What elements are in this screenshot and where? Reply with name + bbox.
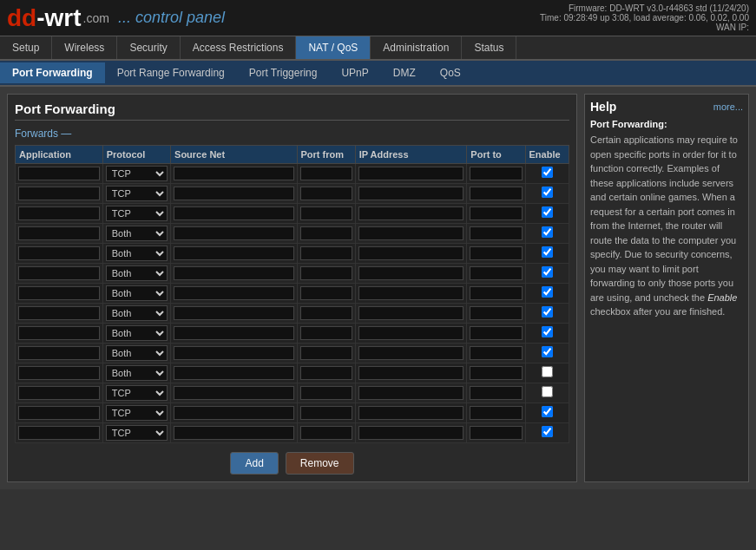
app-input-1[interactable] [18, 187, 100, 200]
portto-input-2[interactable] [470, 206, 522, 220]
enable-checkbox-3[interactable] [542, 226, 553, 238]
portto-input-12[interactable] [470, 406, 522, 420]
app-input-9[interactable] [18, 346, 100, 360]
portfrom-input-6[interactable] [300, 286, 352, 300]
ip-input-2[interactable] [358, 206, 464, 220]
add-button[interactable]: Add [230, 452, 278, 475]
nav-item-security[interactable]: Security [117, 36, 180, 59]
proto-select-5[interactable]: TCPUDPBoth [106, 265, 168, 281]
nav-item-nat-qos[interactable]: NAT / QoS [296, 36, 371, 59]
ip-input-4[interactable] [358, 246, 464, 260]
portfrom-input-11[interactable] [300, 386, 352, 400]
srcnet-input-4[interactable] [174, 246, 293, 260]
srcnet-input-11[interactable] [174, 386, 293, 400]
enable-checkbox-5[interactable] [542, 266, 553, 278]
portfrom-input-2[interactable] [300, 206, 352, 220]
proto-select-8[interactable]: TCPUDPBoth [106, 325, 168, 341]
app-input-2[interactable] [18, 206, 100, 220]
srcnet-input-13[interactable] [174, 426, 293, 440]
portto-input-5[interactable] [470, 266, 522, 280]
help-more-link[interactable]: more... [713, 101, 743, 112]
subnav-item-port-forwarding[interactable]: Port Forwarding [0, 62, 105, 83]
enable-checkbox-7[interactable] [542, 306, 553, 318]
app-input-7[interactable] [18, 306, 100, 320]
proto-select-10[interactable]: TCPUDPBoth [106, 365, 168, 381]
proto-select-2[interactable]: TCPUDPBoth [106, 206, 168, 221]
app-input-8[interactable] [18, 326, 100, 340]
enable-checkbox-6[interactable] [542, 286, 553, 298]
proto-select-0[interactable]: TCPUDPBoth [106, 166, 168, 181]
ip-input-7[interactable] [358, 306, 464, 320]
ip-input-8[interactable] [358, 326, 464, 340]
app-input-11[interactable] [18, 386, 100, 400]
srcnet-input-1[interactable] [174, 187, 293, 200]
nav-item-administration[interactable]: Administration [371, 36, 462, 59]
proto-select-3[interactable]: TCPUDPBoth [106, 226, 168, 241]
app-input-10[interactable] [18, 366, 100, 380]
ip-input-3[interactable] [358, 226, 464, 240]
nav-item-wireless[interactable]: Wireless [52, 36, 117, 59]
proto-select-13[interactable]: TCPUDPBoth [106, 425, 168, 441]
srcnet-input-10[interactable] [174, 366, 293, 380]
app-input-0[interactable] [18, 167, 100, 180]
srcnet-input-8[interactable] [174, 326, 293, 340]
srcnet-input-5[interactable] [174, 266, 293, 280]
ip-input-6[interactable] [358, 286, 464, 300]
proto-select-9[interactable]: TCPUDPBoth [106, 345, 168, 361]
enable-checkbox-10[interactable] [542, 366, 553, 377]
subnav-item-port-triggering[interactable]: Port Triggering [237, 62, 330, 83]
ip-input-10[interactable] [358, 366, 464, 380]
portfrom-input-1[interactable] [300, 187, 352, 200]
srcnet-input-9[interactable] [174, 346, 293, 360]
enable-checkbox-2[interactable] [542, 206, 553, 218]
enable-checkbox-4[interactable] [542, 246, 553, 258]
srcnet-input-2[interactable] [174, 206, 293, 220]
proto-select-1[interactable]: TCPUDPBoth [106, 186, 168, 201]
ip-input-1[interactable] [358, 187, 464, 200]
srcnet-input-12[interactable] [174, 406, 293, 420]
nav-item-status[interactable]: Status [462, 36, 516, 59]
subnav-item-upnp[interactable]: UPnP [329, 62, 380, 83]
subnav-item-dmz[interactable]: DMZ [381, 62, 428, 83]
enable-checkbox-8[interactable] [542, 326, 553, 337]
portto-input-4[interactable] [470, 246, 522, 260]
portfrom-input-8[interactable] [300, 326, 352, 340]
ip-input-11[interactable] [358, 386, 464, 400]
nav-item-access-restrictions[interactable]: Access Restrictions [181, 36, 297, 59]
ip-input-5[interactable] [358, 266, 464, 280]
portfrom-input-5[interactable] [300, 266, 352, 280]
nav-item-setup[interactable]: Setup [0, 36, 52, 59]
proto-select-7[interactable]: TCPUDPBoth [106, 305, 168, 321]
portto-input-8[interactable] [470, 326, 522, 340]
ip-input-0[interactable] [358, 167, 464, 180]
ip-input-13[interactable] [358, 426, 464, 440]
portfrom-input-13[interactable] [300, 426, 352, 440]
enable-checkbox-0[interactable] [542, 167, 553, 178]
portto-input-7[interactable] [470, 306, 522, 320]
portto-input-6[interactable] [470, 286, 522, 300]
portto-input-9[interactable] [470, 346, 522, 360]
enable-checkbox-9[interactable] [542, 346, 553, 357]
portfrom-input-10[interactable] [300, 366, 352, 380]
portto-input-1[interactable] [470, 187, 522, 200]
remove-button[interactable]: Remove [286, 452, 354, 475]
proto-select-11[interactable]: TCPUDPBoth [106, 385, 168, 401]
portfrom-input-4[interactable] [300, 246, 352, 260]
srcnet-input-7[interactable] [174, 306, 293, 320]
portto-input-0[interactable] [470, 167, 522, 180]
ip-input-9[interactable] [358, 346, 464, 360]
srcnet-input-3[interactable] [174, 226, 293, 240]
proto-select-6[interactable]: TCPUDPBoth [106, 285, 168, 301]
srcnet-input-6[interactable] [174, 286, 293, 300]
portfrom-input-12[interactable] [300, 406, 352, 420]
portfrom-input-3[interactable] [300, 226, 352, 240]
app-input-5[interactable] [18, 266, 100, 280]
portto-input-10[interactable] [470, 366, 522, 380]
enable-checkbox-13[interactable] [542, 426, 553, 437]
app-input-13[interactable] [18, 426, 100, 440]
srcnet-input-0[interactable] [174, 167, 293, 180]
ip-input-12[interactable] [358, 406, 464, 420]
app-input-6[interactable] [18, 286, 100, 300]
app-input-4[interactable] [18, 246, 100, 260]
subnav-item-port-range-forwarding[interactable]: Port Range Forwarding [105, 62, 237, 83]
